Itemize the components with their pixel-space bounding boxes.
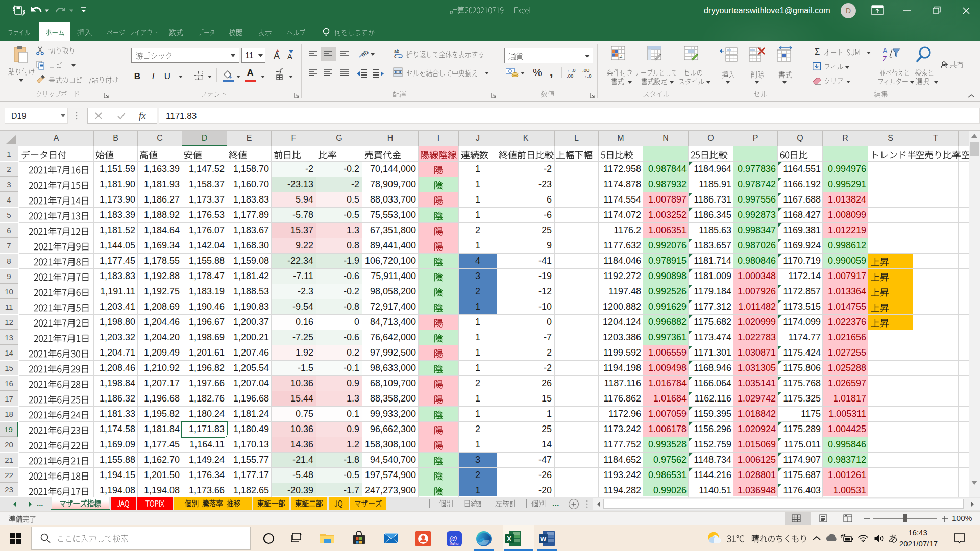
svg-text:≠: ≠ bbox=[619, 53, 623, 60]
svg-text:c: c bbox=[394, 54, 397, 58]
svg-text:W: W bbox=[540, 535, 547, 543]
svg-text:ab: ab bbox=[394, 48, 399, 54]
svg-text:→.0: →.0 bbox=[582, 73, 591, 79]
svg-text:←.0: ←.0 bbox=[567, 67, 575, 73]
svg-text:A: A bbox=[883, 46, 888, 55]
svg-text:X: X bbox=[507, 535, 512, 543]
svg-text:.00: .00 bbox=[567, 73, 573, 79]
svg-text:.00: .00 bbox=[582, 67, 589, 73]
svg-text:ab: ab bbox=[359, 48, 370, 58]
svg-text:Z: Z bbox=[883, 55, 887, 63]
svg-text:menu: menu bbox=[450, 542, 459, 545]
